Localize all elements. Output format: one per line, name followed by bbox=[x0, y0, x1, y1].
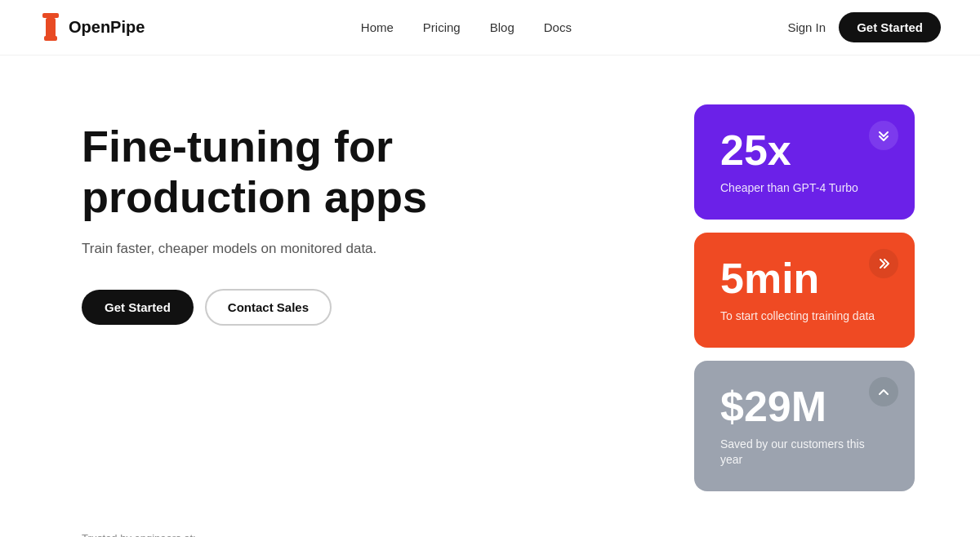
trusted-label: Trusted by engineers at: bbox=[82, 532, 898, 537]
hero-contact-sales-button[interactable]: Contact Sales bbox=[205, 289, 332, 326]
stat-value-cheaper: 25x bbox=[720, 127, 889, 174]
chevrons-down-icon bbox=[876, 128, 891, 143]
chevron-up-icon bbox=[876, 384, 891, 399]
stat-card-savings[interactable]: $29M Saved by our customers this year bbox=[694, 361, 915, 491]
stat-card-time[interactable]: 5min To start collecting training data bbox=[694, 233, 915, 348]
trusted-section: Trusted by engineers at: akuten Y Combin… bbox=[0, 524, 980, 537]
svg-rect-2 bbox=[44, 36, 57, 41]
chevrons-right-icon bbox=[876, 256, 891, 271]
logo[interactable]: OpenPipe bbox=[39, 13, 145, 42]
hero-buttons: Get Started Contact Sales bbox=[82, 289, 427, 326]
logo-text: OpenPipe bbox=[69, 18, 145, 37]
stat-label-savings: Saved by our customers this year bbox=[720, 437, 889, 468]
openpipe-logo-icon bbox=[39, 13, 62, 42]
stats-area: 25x Cheaper than GPT-4 Turbo 5min To sta… bbox=[694, 104, 915, 491]
hero-get-started-button[interactable]: Get Started bbox=[82, 290, 194, 325]
stat-icon-cheaper[interactable] bbox=[869, 121, 898, 150]
header-get-started-button[interactable]: Get Started bbox=[839, 12, 941, 42]
stat-value-time: 5min bbox=[720, 255, 889, 302]
hero-section: Fine-tuning for production apps Train fa… bbox=[82, 104, 427, 326]
hero-title: Fine-tuning for production apps bbox=[82, 121, 427, 222]
sign-in-button[interactable]: Sign In bbox=[787, 20, 826, 34]
stat-label-cheaper: Cheaper than GPT-4 Turbo bbox=[720, 180, 889, 197]
svg-rect-0 bbox=[42, 13, 59, 18]
nav-blog[interactable]: Blog bbox=[490, 20, 514, 34]
nav-docs[interactable]: Docs bbox=[544, 20, 572, 34]
header-actions: Sign In Get Started bbox=[787, 12, 941, 42]
stat-icon-savings[interactable] bbox=[869, 377, 898, 406]
stat-card-cheaper[interactable]: 25x Cheaper than GPT-4 Turbo bbox=[694, 104, 915, 220]
main-nav: Home Pricing Blog Docs bbox=[361, 20, 572, 34]
stat-value-savings: $29M bbox=[720, 384, 889, 430]
hero-subtitle: Train faster, cheaper models on monitore… bbox=[82, 238, 427, 260]
nav-home[interactable]: Home bbox=[361, 20, 394, 34]
stat-icon-time[interactable] bbox=[869, 249, 898, 278]
nav-pricing[interactable]: Pricing bbox=[423, 20, 461, 34]
svg-rect-1 bbox=[46, 18, 56, 38]
stat-label-time: To start collecting training data bbox=[720, 308, 889, 325]
